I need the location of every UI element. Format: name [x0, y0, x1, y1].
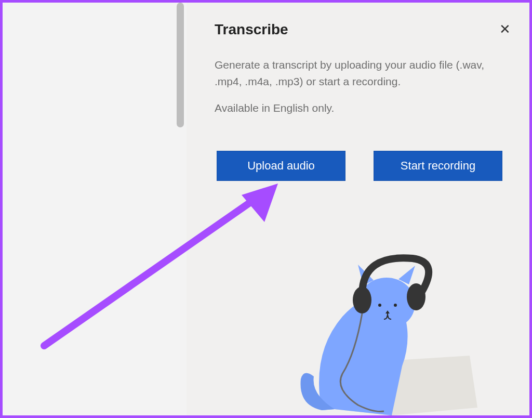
svg-point-6: [394, 304, 397, 307]
document-area: [3, 3, 174, 415]
svg-point-7: [353, 286, 371, 314]
window-frame: Transcribe ✕ Generate a transcript by up…: [0, 0, 532, 418]
svg-point-5: [378, 304, 381, 307]
panel-availability-note: Available in English only.: [215, 102, 514, 114]
panel-header: Transcribe ✕: [215, 21, 514, 38]
start-recording-button[interactable]: Start recording: [374, 151, 502, 181]
scrollbar-track[interactable]: [174, 3, 187, 415]
transcribe-panel: Transcribe ✕ Generate a transcript by up…: [187, 3, 529, 415]
svg-point-8: [407, 283, 425, 310]
panel-title: Transcribe: [215, 21, 288, 38]
scrollbar-thumb[interactable]: [177, 3, 184, 127]
close-icon[interactable]: ✕: [496, 21, 514, 37]
button-row: Upload audio Start recording: [215, 151, 514, 181]
upload-audio-button[interactable]: Upload audio: [217, 151, 345, 181]
cat-headphones-illustration: [285, 244, 483, 415]
panel-description: Generate a transcript by uploading your …: [215, 57, 506, 89]
